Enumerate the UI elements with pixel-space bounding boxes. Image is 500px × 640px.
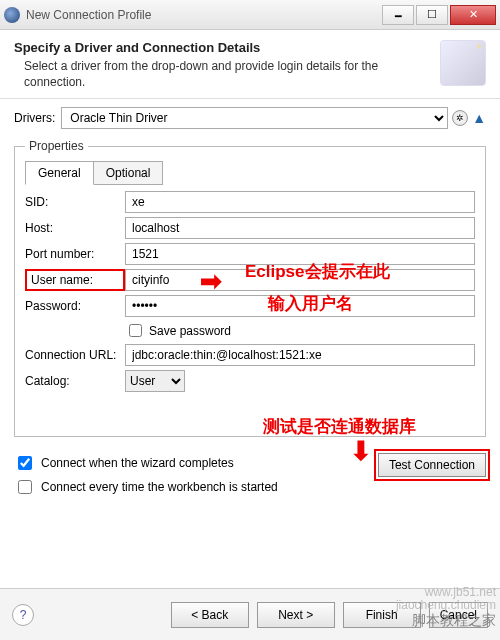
title-bar: New Connection Profile [0,0,500,30]
port-label: Port number: [25,247,125,261]
tab-optional[interactable]: Optional [93,161,164,185]
drivers-label: Drivers: [14,111,55,125]
banner-icon [440,40,486,86]
username-label: User name: [25,269,125,291]
wizard-footer: ? < Back Next > Finish Cancel [0,588,500,640]
properties-legend: Properties [25,139,88,153]
cancel-button[interactable]: Cancel [429,602,488,628]
password-label: Password: [25,299,125,313]
test-connection-button[interactable]: Test Connection [378,453,486,477]
host-input[interactable] [125,217,475,239]
driver-config-icon[interactable]: ✲ [452,110,468,126]
properties-group: Properties General Optional SID: Host: P… [14,139,486,437]
connect-every-start-checkbox[interactable] [18,480,32,494]
minimize-button[interactable] [382,5,414,25]
host-label: Host: [25,221,125,235]
back-button[interactable]: < Back [171,602,249,628]
save-password-checkbox[interactable] [129,324,142,337]
connect-every-start-label: Connect every time the workbench is star… [41,480,278,494]
connect-on-complete-label: Connect when the wizard completes [41,456,234,470]
catalog-select[interactable]: User [125,370,185,392]
save-password-label: Save password [149,324,231,338]
banner-heading: Specify a Driver and Connection Details [14,40,432,55]
close-button[interactable] [450,5,496,25]
username-input[interactable] [125,269,475,291]
connection-url-label: Connection URL: [25,348,125,362]
sid-label: SID: [25,195,125,209]
driver-warning-icon[interactable]: ▲ [472,110,486,126]
catalog-label: Catalog: [25,374,125,388]
next-button[interactable]: Next > [257,602,335,628]
drivers-select[interactable]: Oracle Thin Driver [61,107,448,129]
port-input[interactable] [125,243,475,265]
connect-on-complete-checkbox[interactable] [18,456,32,470]
password-input[interactable] [125,295,475,317]
sid-input[interactable] [125,191,475,213]
wizard-banner: Specify a Driver and Connection Details … [0,30,500,99]
tab-general[interactable]: General [25,161,94,185]
finish-button[interactable]: Finish [343,602,421,628]
window-title: New Connection Profile [26,8,380,22]
connection-url-input[interactable] [125,344,475,366]
app-icon [4,7,20,23]
banner-subtext: Select a driver from the drop-down and p… [24,59,432,90]
maximize-button[interactable] [416,5,448,25]
help-icon[interactable]: ? [12,604,34,626]
